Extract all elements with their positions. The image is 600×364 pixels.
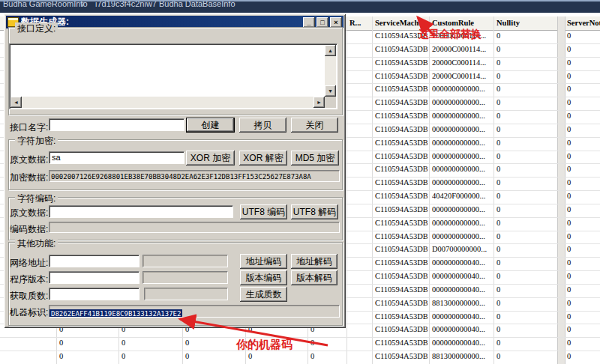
grid-cell-servernot[interactable]: 0 [567, 312, 600, 323]
maximize-button[interactable]: □ [316, 17, 328, 28]
grid-cell-numeric[interactable]: 0 [122, 339, 152, 349]
encode-plain-input[interactable] [49, 205, 233, 218]
tab-databaseinfo[interactable]: i7d19c3f4c2niw7 Budha DataBaseInfo [95, 0, 236, 8]
grid-cell-servicemachine[interactable]: C110594A53DB... [375, 98, 428, 109]
grid-cell-customrule[interactable]: 000000000040... [432, 312, 492, 323]
grid-cell-customrule[interactable]: 000000000000... [432, 112, 492, 122]
grid-cell-customrule[interactable]: 000000000000... [432, 178, 492, 189]
grid-cell-servernot[interactable]: 0 [567, 85, 600, 95]
grid-cell-servernot[interactable]: 0 [567, 31, 600, 42]
grid-cell-customrule[interactable]: 000000000000... [432, 139, 492, 149]
grid-cell-servicemachine[interactable]: C110594A53DB... [375, 58, 428, 69]
grid-cell-servicemachine[interactable]: C110594A53DB... [375, 219, 428, 229]
grid-cell-servicemachine[interactable]: C110594A53DB... [375, 272, 428, 282]
grid-cell-nullity[interactable]: 0 [496, 352, 542, 363]
grid-cell-nullity[interactable]: 0 [496, 31, 542, 42]
grid-cell-servicemachine[interactable]: C110594A53DB... [375, 152, 428, 163]
grid-cell-servernot[interactable]: 0 [567, 352, 600, 363]
grid-cell-servernot[interactable]: 0 [567, 152, 600, 163]
grid-cell-nullity[interactable]: 0 [496, 58, 542, 69]
grid-cell-servicemachine[interactable]: C110594A53DB... [375, 258, 428, 269]
grid-cell-numeric[interactable]: 0 [310, 339, 340, 349]
grid-cell-servicemachine[interactable]: C110594A53DB... [375, 125, 428, 136]
grid-cell-nullity[interactable]: 0 [496, 98, 542, 109]
grid-cell-servicemachine[interactable]: C110594A53DB... [375, 299, 428, 309]
grid-cell-numeric[interactable]: 0 [59, 339, 89, 349]
grid-cell-servicemachine[interactable]: C110594A53DB... [375, 232, 428, 243]
grid-cell-servernot[interactable]: 0 [567, 178, 600, 189]
grid-cell-nullity[interactable]: 0 [496, 258, 542, 269]
grid-cell-servicemachine[interactable]: C110594A53DB... [375, 45, 428, 55]
grid-cell-nullity[interactable]: 0 [496, 245, 542, 255]
grid-cell-nullity[interactable]: 0 [496, 85, 542, 95]
grid-cell-customrule[interactable]: 000000000000... [432, 205, 492, 216]
interface-name-input[interactable] [49, 118, 184, 131]
grid-cell-nullity[interactable]: 0 [496, 139, 542, 149]
machine-id-field[interactable]: D8262EAFF41B119E8C9B133132A137E2 [49, 305, 340, 318]
grid-cell-servernot[interactable]: 0 [567, 245, 600, 255]
grid-cell-servernot[interactable]: 0 [567, 98, 600, 109]
grid-cell-nullity[interactable]: 0 [496, 312, 542, 323]
xor-decrypt-button[interactable]: XOR 解密 [239, 151, 287, 166]
grid-cell-nullity[interactable]: 0 [496, 232, 542, 243]
grid-cell-servicemachine[interactable]: C110594A53DB... [375, 285, 428, 296]
grid-cell-nullity[interactable]: 0 [496, 219, 542, 229]
address-encode-button[interactable]: 地址编码 [240, 254, 287, 269]
grid-cell-servernot[interactable]: 0 [567, 139, 600, 149]
prime-input[interactable] [49, 288, 140, 300]
grid-cell-servicemachine[interactable]: C110594A53DB... [375, 72, 428, 82]
grid-cell-nullity[interactable]: 0 [496, 339, 542, 349]
grid-cell-servicemachine[interactable]: C110594A53DB... [375, 312, 428, 323]
grid-cell-servernot[interactable]: 0 [567, 125, 600, 136]
grid-cell-servicemachine[interactable]: C110594A53DB... [375, 165, 428, 175]
create-button[interactable]: 创建 [186, 118, 235, 133]
vertical-scrollbar[interactable]: ▲ ▼ [325, 45, 336, 97]
utf8-decode-button[interactable]: UTF8 解码 [291, 204, 338, 219]
grid-cell-servernot[interactable]: 0 [567, 72, 600, 82]
grid-cell-customrule[interactable]: 20000C000114... [432, 58, 492, 69]
grid-cell-customrule[interactable]: 20000C000114... [432, 45, 492, 55]
grid-cell-servicemachine[interactable]: C110594A53DB... [375, 325, 428, 336]
grid-cell-servicemachine[interactable]: C110594A53DB... [375, 352, 428, 363]
close-dialog-button[interactable]: 关闭 [291, 118, 338, 133]
grid-cell-customrule[interactable]: 000000000000... [432, 98, 492, 109]
close-button[interactable]: × [330, 17, 342, 28]
minimize-button[interactable]: _ [303, 17, 315, 28]
tab-gameroominfo[interactable]: Budha GameRoomInfo [3, 0, 88, 8]
grid-cell-customrule[interactable]: 000000000040... [432, 339, 492, 349]
grid-cell-nullity[interactable]: 0 [496, 72, 542, 82]
scroll-right-icon[interactable]: ► [314, 97, 325, 108]
grid-cell-customrule[interactable]: 000000000000... [432, 232, 492, 243]
version-input[interactable] [49, 271, 140, 284]
copy-button[interactable]: 拷贝 [239, 118, 286, 133]
md5-encrypt-button[interactable]: MD5 加密 [291, 151, 339, 166]
grid-cell-servicemachine[interactable]: C110594A53DB... [375, 245, 428, 255]
column-header-partial[interactable]: R... [350, 19, 372, 29]
version-encode-button[interactable]: 版本编码 [240, 270, 287, 285]
grid-cell-servernot[interactable]: 0 [567, 45, 600, 55]
grid-cell-nullity[interactable]: 0 [496, 192, 542, 202]
grid-cell-customrule[interactable]: 000000000040... [432, 272, 492, 282]
grid-cell-servicemachine[interactable]: C110594A53DB... [375, 205, 428, 216]
version-decode-button[interactable]: 版本解码 [291, 270, 338, 285]
grid-cell-customrule[interactable]: 000000000000... [432, 219, 492, 229]
grid-cell-numeric[interactable]: 0 [122, 352, 152, 363]
grid-cell-nullity[interactable]: 0 [496, 178, 542, 189]
grid-cell-customrule[interactable]: 000000000040... [432, 285, 492, 296]
horizontal-scrollbar[interactable]: ◄ ► [10, 97, 325, 108]
xor-encrypt-button[interactable]: XOR 加密 [186, 151, 235, 166]
grid-cell-nullity[interactable]: 0 [496, 205, 542, 216]
grid-cell-servernot[interactable]: 0 [567, 339, 600, 349]
grid-cell-nullity[interactable]: 0 [496, 125, 542, 136]
grid-cell-servernot[interactable]: 0 [567, 272, 600, 282]
grid-cell-customrule[interactable]: 881300000000... [432, 352, 492, 363]
grid-cell-customrule[interactable]: 881300000000... [432, 299, 492, 309]
grid-cell-servernot[interactable]: 0 [567, 58, 600, 69]
grid-cell-customrule[interactable]: 40420F000000... [432, 192, 492, 202]
grid-cell-servicemachine[interactable]: C110594A53DB... [375, 192, 428, 202]
interface-def-textarea[interactable]: ▲ ▼ ◄ ► [9, 43, 338, 109]
grid-cell-servernot[interactable]: 0 [567, 219, 600, 229]
grid-cell-servernot[interactable]: 0 [567, 205, 600, 216]
grid-cell-numeric[interactable]: 0 [185, 339, 215, 349]
grid-cell-customrule[interactable]: 000000000040... [432, 325, 492, 336]
